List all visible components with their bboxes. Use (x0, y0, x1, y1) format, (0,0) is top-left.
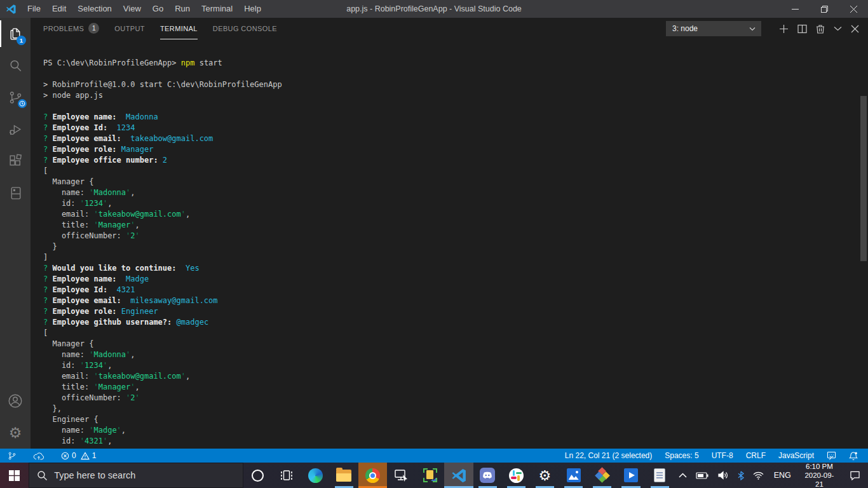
movies-tv-icon[interactable] (616, 463, 645, 488)
vscode-icon[interactable] (444, 463, 473, 488)
menubar: File Edit Selection View Go Run Terminal… (22, 0, 267, 18)
screen-capture-icon[interactable] (416, 463, 444, 488)
diagrams-icon[interactable] (588, 463, 616, 488)
restore-icon[interactable] (810, 0, 839, 18)
warning-count: 1 (92, 451, 97, 460)
git-branch-icon[interactable] (0, 449, 20, 463)
terminal-line: [ (43, 328, 859, 339)
problems-status[interactable]: 0 1 (57, 449, 100, 463)
wifi-icon[interactable] (749, 463, 768, 488)
tab-terminal[interactable]: TERMINAL (160, 18, 198, 39)
terminal-line: officeNumber: '2' (43, 231, 859, 241)
photos-icon[interactable] (559, 463, 588, 488)
tab-problems[interactable]: PROBLEMS 1 (43, 18, 99, 39)
snip-icon[interactable] (387, 463, 416, 488)
close-panel-icon[interactable] (851, 25, 859, 33)
close-icon[interactable] (839, 0, 868, 18)
tab-output[interactable]: OUTPUT (114, 18, 145, 39)
kill-terminal-icon[interactable] (816, 24, 825, 34)
terminal-line: ] (43, 252, 859, 263)
notebook-icon[interactable] (0, 177, 31, 208)
errors-icon (61, 452, 69, 460)
menu-go[interactable]: Go (147, 0, 169, 18)
menu-run[interactable]: Run (169, 0, 196, 18)
activity-bar: 1 ⚙ (0, 18, 31, 449)
clock[interactable]: 6:10 PM2020-09-21 (797, 463, 842, 488)
source-control-icon[interactable] (0, 81, 31, 113)
error-count: 0 (72, 451, 76, 460)
terminal-line: name: 'Madonna', (43, 349, 859, 360)
minimize-icon[interactable] (780, 0, 810, 18)
indentation[interactable]: Spaces: 5 (660, 449, 703, 463)
account-icon[interactable] (0, 385, 31, 417)
terminal-line: ? Employee email: takeabow@gmail.com (43, 133, 859, 144)
battery-icon[interactable] (691, 463, 714, 488)
action-center-icon[interactable] (842, 463, 868, 488)
panel-actions: 3: node (666, 21, 868, 36)
tray-time: 6:10 PM (803, 462, 836, 471)
bell-icon[interactable] (844, 449, 863, 463)
terminal-line: officeNumber: '2' (43, 393, 859, 403)
tray-date: 2020-09-21 (803, 471, 836, 488)
discord-icon[interactable] (473, 463, 502, 488)
terminal-line: ? Employee github username?: @madgec (43, 317, 859, 328)
run-debug-icon[interactable] (0, 113, 31, 145)
window-controls (780, 0, 868, 18)
menu-edit[interactable]: Edit (46, 0, 72, 18)
file-explorer-icon[interactable] (330, 463, 358, 488)
language-mode[interactable]: JavaScript (773, 449, 819, 463)
maximize-panel-chevron-icon[interactable] (834, 26, 842, 31)
volume-icon[interactable] (714, 463, 733, 488)
search-icon[interactable] (0, 50, 31, 81)
window-title: app.js - RobinProfileGenApp - Visual Stu… (346, 4, 522, 13)
terminal-line: id: '1234', (43, 198, 859, 209)
terminal-picker-dropdown[interactable]: 3: node (666, 21, 761, 36)
terminal-line: id: '4321', (43, 436, 859, 447)
notepad-icon[interactable] (646, 463, 674, 488)
search-icon (37, 470, 48, 481)
terminal-panel: PROBLEMS 1 OUTPUT TERMINAL DEBUG CONSOLE… (31, 18, 868, 449)
menu-selection[interactable]: Selection (72, 0, 117, 18)
terminal-line: > RobinProfile@1.0.0 start C:\dev\RobinP… (43, 79, 859, 90)
language-indicator[interactable]: ENG (768, 463, 797, 488)
feedback-icon[interactable] (822, 449, 841, 463)
menu-view[interactable]: View (118, 0, 147, 18)
encoding[interactable]: UTF-8 (707, 449, 738, 463)
bluetooth-icon[interactable] (733, 463, 749, 488)
cursor-position[interactable]: Ln 22, Col 21 (2 selected) (560, 449, 657, 463)
terminal-output[interactable]: PS C:\dev\RobinProfileGenApp> npm start … (31, 39, 859, 449)
extensions-icon[interactable] (0, 145, 31, 177)
terminal-scrollbar[interactable] (860, 96, 867, 261)
titlebar: File Edit Selection View Go Run Terminal… (0, 0, 868, 18)
explorer-icon[interactable]: 1 (0, 18, 31, 50)
sync-cloud-icon[interactable] (29, 449, 48, 463)
desktop: File Edit Selection View Go Run Terminal… (0, 0, 868, 488)
cortana-icon[interactable] (243, 463, 272, 488)
new-terminal-icon[interactable] (779, 24, 789, 34)
start-icon[interactable] (0, 463, 29, 488)
eol-sequence[interactable]: CRLF (741, 449, 771, 463)
chrome-icon[interactable] (358, 463, 387, 488)
terminal-line: > node app.js (43, 90, 859, 101)
system-tray: ENG 6:10 PM2020-09-21 (674, 463, 868, 488)
menu-file[interactable]: File (22, 0, 46, 18)
tray-chevron-icon[interactable] (674, 463, 691, 488)
taskbar-search[interactable] (29, 463, 243, 488)
terminal-line: ? Would you like to continue: Yes (43, 263, 859, 274)
edge-icon[interactable] (301, 463, 330, 488)
search-input[interactable] (54, 470, 219, 480)
tab-debug-console[interactable]: DEBUG CONSOLE (213, 18, 277, 39)
terminal-line: PS C:\dev\RobinProfileGenApp> npm start (43, 58, 859, 69)
warnings-icon (81, 452, 90, 460)
terminal-line: name: 'Madge', (43, 425, 859, 436)
terminal-line: ? Employee office number: 2 (43, 155, 859, 166)
vscode-logo-icon (6, 4, 17, 15)
split-terminal-icon[interactable] (797, 24, 807, 34)
settings-icon[interactable]: ⚙ (531, 463, 559, 488)
slack-icon[interactable] (502, 463, 531, 488)
terminal-line: Manager { (43, 339, 859, 349)
menu-help[interactable]: Help (238, 0, 267, 18)
menu-terminal[interactable]: Terminal (196, 0, 238, 18)
settings-gear-icon[interactable]: ⚙ (0, 417, 31, 449)
task-view-icon[interactable] (273, 463, 301, 488)
